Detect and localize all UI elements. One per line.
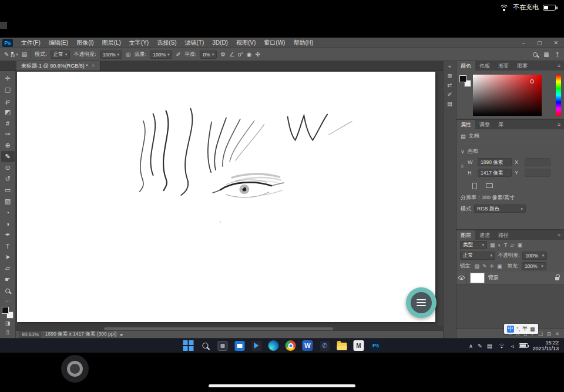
taskbar-app-store[interactable] xyxy=(233,339,246,352)
ime-width-mode[interactable]: 半 xyxy=(522,325,528,333)
history-brush-tool[interactable]: ↺ xyxy=(1,173,15,185)
link-dimensions-icon[interactable]: ∞ xyxy=(459,165,465,168)
eraser-tool[interactable]: ▭ xyxy=(1,185,15,196)
status-arrow-icon[interactable]: ▸ xyxy=(120,331,123,337)
horizontal-scrollbar[interactable] xyxy=(16,326,443,330)
height-field[interactable]: 1417 像素 xyxy=(478,169,512,177)
start-button[interactable] xyxy=(182,339,195,352)
menu-help[interactable]: 帮助(H) xyxy=(289,38,317,48)
tab-close-icon[interactable]: ✕ xyxy=(92,63,95,68)
pen-tool[interactable]: ✒ xyxy=(1,229,15,240)
color-swatches[interactable] xyxy=(2,307,14,319)
tab-libraries[interactable]: 库 xyxy=(494,120,508,129)
filter-adjustment-layers-icon[interactable]: ◐ xyxy=(498,242,501,248)
background-layer-row[interactable]: 背景 xyxy=(456,272,564,284)
menu-edit[interactable]: 编辑(E) xyxy=(45,38,72,48)
shape-tool[interactable]: ▱ xyxy=(1,263,15,274)
menu-filter[interactable]: 滤镜(T) xyxy=(181,38,209,48)
layer-thumbnail[interactable] xyxy=(470,273,485,283)
remote-menu-button[interactable] xyxy=(406,287,437,318)
panel-menu-icon[interactable]: ≡ xyxy=(554,120,564,129)
symmetry-icon[interactable]: ✣ xyxy=(255,51,260,58)
quick-mask-icon[interactable]: ◨ xyxy=(1,319,15,327)
taskbar-app-photoshop[interactable]: Ps xyxy=(370,339,382,352)
panel-menu-icon[interactable]: ≡ xyxy=(554,61,564,71)
move-tool[interactable]: ✛ xyxy=(1,73,15,84)
canvas[interactable] xyxy=(17,72,435,322)
dock-panel-icon-2[interactable]: ⇄ xyxy=(448,82,452,88)
smoothing-select[interactable]: 0%▾ xyxy=(200,51,217,59)
zoom-tool[interactable] xyxy=(1,285,15,296)
gear-icon[interactable]: ⚙ xyxy=(220,51,226,58)
portrait-orientation-button[interactable] xyxy=(469,181,481,190)
foreground-color-swatch[interactable] xyxy=(2,307,9,314)
assistive-touch-button[interactable] xyxy=(61,355,89,383)
lock-transparency-icon[interactable]: ▨ xyxy=(474,263,479,269)
layer-opacity-select[interactable]: 100%▾ xyxy=(522,252,547,260)
tab-color[interactable]: 颜色 xyxy=(456,61,475,71)
clock[interactable]: 15:22 2021/11/13 xyxy=(533,340,559,352)
menu-layer[interactable]: 图层(L) xyxy=(98,38,125,48)
blur-tool[interactable]: ◔ xyxy=(1,207,15,218)
flow-select[interactable]: 100%▾ xyxy=(150,51,172,59)
network-icon[interactable] xyxy=(498,343,505,349)
color-picker-cursor[interactable] xyxy=(530,79,534,83)
type-tool[interactable]: T xyxy=(1,240,15,252)
panel-menu-icon[interactable]: ≡ xyxy=(554,230,564,240)
dock-panel-icon-4[interactable]: ▤ xyxy=(447,100,452,107)
taskbar-app-phone[interactable]: ✆ xyxy=(318,339,331,352)
document-tab[interactable]: 未标题-1 @ 90.6%(RGB/8) * ✕ xyxy=(16,61,100,71)
taskbar-app-chrome[interactable] xyxy=(284,339,297,352)
width-field[interactable]: 1890 像素 xyxy=(478,158,512,166)
screen-mode-icon[interactable]: ▯ xyxy=(1,327,15,336)
brush-angle-value[interactable]: 0° xyxy=(238,52,243,58)
canvas-section-header[interactable]: ∨ 画布 xyxy=(461,148,560,155)
opacity-select[interactable]: 100%▾ xyxy=(100,51,122,59)
filter-pixel-layers-icon[interactable]: ▦ xyxy=(490,242,495,248)
dodge-tool[interactable]: ◑ xyxy=(1,218,15,229)
filter-shape-layers-icon[interactable]: ▱ xyxy=(510,242,514,248)
foreground-color-swatch[interactable] xyxy=(459,75,466,82)
tab-properties[interactable]: 属性 xyxy=(456,120,475,129)
new-layer-icon[interactable]: ⊞ xyxy=(547,331,551,337)
layer-visibility-cell[interactable] xyxy=(456,272,466,284)
lock-position-icon[interactable]: ✛ xyxy=(489,263,494,269)
collapse-panels-icon[interactable]: « xyxy=(448,63,451,69)
brush-panel-toggle-icon[interactable]: ▤ xyxy=(22,51,27,58)
zoom-level-field[interactable]: 90.63% xyxy=(19,331,41,338)
tab-patterns[interactable]: 图案 xyxy=(513,61,532,71)
brush-preset-picker[interactable]: ✎ 10 ▾ xyxy=(4,51,18,58)
fill-select[interactable]: 100%▾ xyxy=(522,262,546,270)
menu-select[interactable]: 选择(S) xyxy=(153,38,180,48)
gradient-tool[interactable]: ▧ xyxy=(1,196,15,207)
menu-type[interactable]: 文字(Y) xyxy=(125,38,153,48)
taskbar-app-markdown[interactable]: M xyxy=(352,339,365,352)
minimize-button[interactable]: – xyxy=(516,38,531,48)
landscape-orientation-button[interactable] xyxy=(484,181,495,190)
hidden-icons-caret[interactable]: ∧ xyxy=(469,343,473,349)
workspace-icon[interactable]: ▦ xyxy=(543,51,549,58)
battery-tray-icon[interactable] xyxy=(519,343,528,348)
healing-brush-tool[interactable]: ⊕ xyxy=(1,140,15,151)
taskbar-app-explorer[interactable] xyxy=(335,339,348,352)
pressure-opacity-icon[interactable]: ◎ xyxy=(126,51,131,58)
saturation-brightness-field[interactable] xyxy=(473,75,542,116)
dock-panel-icon-1[interactable]: ⊞ xyxy=(448,72,452,79)
share-icon[interactable]: ↥ xyxy=(555,51,560,58)
taskbar-app-edge[interactable] xyxy=(267,339,280,352)
scrollbar-thumb[interactable] xyxy=(104,327,333,330)
crop-tool[interactable]: # xyxy=(1,118,15,129)
taskbar-search-button[interactable] xyxy=(199,339,212,352)
filter-smart-objects-icon[interactable]: ▣ xyxy=(517,242,522,248)
menu-file[interactable]: 文件(F) xyxy=(17,38,45,48)
tab-adjustments[interactable]: 调整 xyxy=(475,120,494,129)
restore-button[interactable]: ▢ xyxy=(531,38,548,48)
tray-panel-icon[interactable]: ▤ xyxy=(487,343,492,349)
menu-image[interactable]: 图像(I) xyxy=(72,38,98,48)
volume-icon[interactable]: ◃ xyxy=(511,343,514,349)
eyedropper-tool[interactable]: ✑ xyxy=(1,129,15,140)
ime-language-mode[interactable]: 中 xyxy=(507,326,514,333)
menu-window[interactable]: 窗口(W) xyxy=(260,38,289,48)
close-button[interactable]: ✕ xyxy=(548,38,564,48)
tab-swatches[interactable]: 色板 xyxy=(475,61,494,71)
